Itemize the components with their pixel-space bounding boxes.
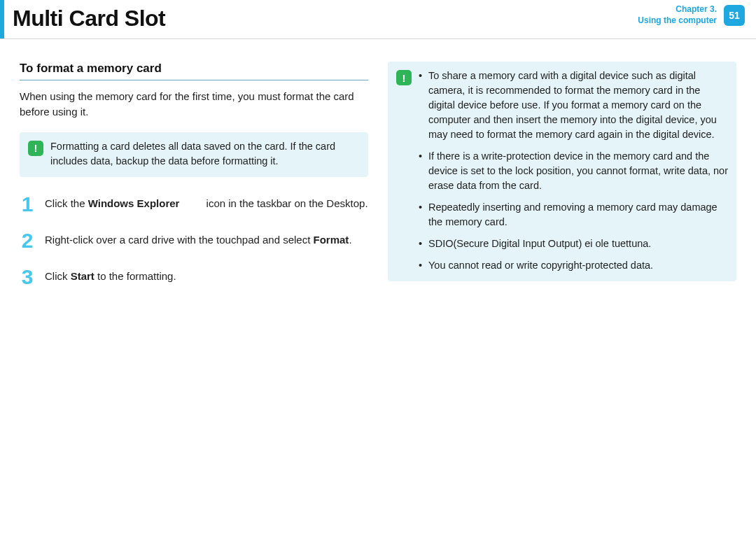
note-list-item: You cannot read or write copyright-prote… <box>419 258 728 273</box>
step-text: Click the Windows Explorer icon in the t… <box>45 194 368 215</box>
warning-note-list: To share a memory card with a digital de… <box>419 69 728 273</box>
step-item: 3 Click Start to the formatting. <box>20 267 368 288</box>
exclamation-icon: ! <box>28 141 43 156</box>
step-item: 1 Click the Windows Explorer icon in the… <box>20 194 368 215</box>
page-title: Multi Card Slot <box>13 0 165 29</box>
step-number: 1 <box>20 194 35 215</box>
step-item: 2 Right-click over a card drive with the… <box>20 230 368 251</box>
intro-text: When using the memory card for the first… <box>20 89 368 120</box>
page-header: Multi Card Slot Chapter 3. Using the com… <box>0 0 756 38</box>
step-text: Right-click over a card drive with the t… <box>45 230 352 251</box>
content-columns: To format a memory card When using the m… <box>0 39 756 303</box>
left-column: To format a memory card When using the m… <box>20 62 368 303</box>
note-list-item: SDIO(Secure Digital Input Output) ei ole… <box>419 237 728 251</box>
note-list-item: If there is a write-protection device in… <box>419 149 728 193</box>
warning-note-text: Formatting a card deletes all data saved… <box>50 139 360 169</box>
page-number: 51 <box>729 10 740 21</box>
step-text: Click Start to the formatting. <box>45 267 176 288</box>
chapter-text: Chapter 3. Using the computer <box>638 4 717 26</box>
steps-list: 1 Click the Windows Explorer icon in the… <box>20 194 368 288</box>
chapter-block: Chapter 3. Using the computer 51 <box>638 4 745 26</box>
note-list-item: To share a memory card with a digital de… <box>419 69 728 142</box>
step-number: 2 <box>20 230 35 251</box>
page-number-badge: 51 <box>724 5 745 26</box>
chapter-label: Chapter 3. <box>638 4 717 15</box>
chapter-subtitle: Using the computer <box>638 15 717 27</box>
right-column: ! To share a memory card with a digital … <box>388 62 736 303</box>
warning-note-right: ! To share a memory card with a digital … <box>388 62 736 281</box>
warning-note-left: ! Formatting a card deletes all data sav… <box>20 132 368 177</box>
section-heading: To format a memory card <box>20 62 368 80</box>
warning-note-list-wrap: To share a memory card with a digital de… <box>419 69 728 273</box>
step-number: 3 <box>20 267 35 288</box>
exclamation-icon: ! <box>396 70 412 85</box>
note-list-item: Repeatedly inserting and removing a memo… <box>419 200 728 230</box>
